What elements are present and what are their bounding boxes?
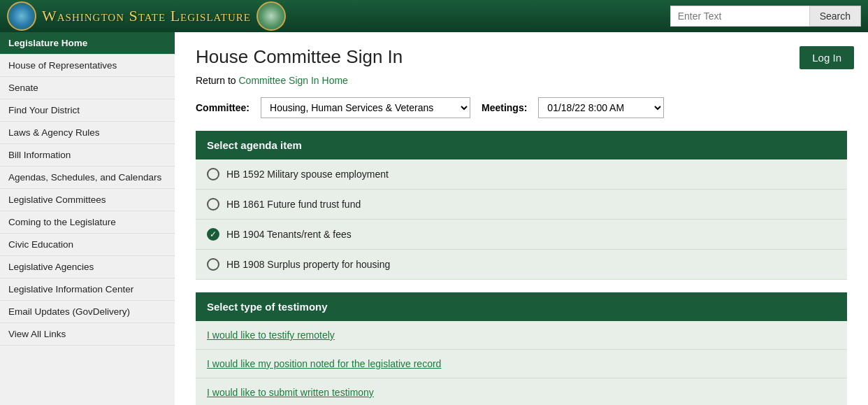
sidebar-item-email-updates[interactable]: Email Updates (GovDelivery) [0,301,175,323]
agenda-section-header: Select agenda item [196,131,847,159]
sidebar-item-bill-info[interactable]: Bill Information [0,144,175,166]
sidebar-item-agencies[interactable]: Legislative Agencies [0,256,175,278]
committee-label: Committee: [196,102,249,113]
return-link-row: Return to Committee Sign In Home [196,75,847,86]
radio-checked-icon-hb1904: ✓ [207,228,219,241]
logo-left-seal [7,1,36,31]
return-text: Return to [196,75,236,86]
testimony-link-remote[interactable]: I would like to testify remotely [196,321,847,350]
radio-icon-hb1908 [207,258,219,271]
sidebar-item-view-all[interactable]: View All Links [0,323,175,346]
agenda-item-hb1908[interactable]: HB 1908 Surplus property for housing [196,250,847,280]
testimony-section: Select type of testimony I would like to… [196,292,847,405]
main-content: Log In House Committee Sign In Return to… [175,32,868,405]
testimony-link-written[interactable]: I would like to submit written testimony [196,378,847,405]
sidebar-item-legislature-home[interactable]: Legislature Home [0,32,175,55]
sidebar-item-find-district[interactable]: Find Your District [0,99,175,122]
radio-icon-hb1592 [207,168,219,180]
site-title: Washington State Legislature [42,7,251,25]
sidebar-item-committees[interactable]: Legislative Committees [0,189,175,211]
agenda-item-hb1908-label: HB 1908 Surplus property for housing [226,259,390,270]
sidebar-item-agendas[interactable]: Agendas, Schedules, and Calendars [0,166,175,189]
agenda-item-hb1904[interactable]: ✓ HB 1904 Tenants/rent & fees [196,220,847,250]
agenda-item-hb1861[interactable]: HB 1861 Future fund trust fund [196,190,847,220]
search-input[interactable] [670,6,810,27]
page-layout: Legislature Home House of Representative… [0,32,868,405]
page-title: House Committee Sign In [196,46,847,68]
search-button[interactable]: Search [810,6,861,27]
sidebar-item-civic[interactable]: Civic Education [0,234,175,256]
testimony-link-position[interactable]: I would like my position noted for the l… [196,350,847,378]
radio-icon-hb1861 [207,198,219,211]
committee-select[interactable]: Housing, Human Services & Veterans [261,97,470,118]
sidebar-item-senate[interactable]: Senate [0,77,175,99]
agenda-item-hb1904-label: HB 1904 Tenants/rent & fees [226,229,352,240]
agenda-item-hb1592-label: HB 1592 Military spouse employment [226,169,389,180]
committee-row: Committee: Housing, Human Services & Vet… [196,97,847,118]
header-logo: Washington State Legislature [7,1,286,31]
meetings-select[interactable]: 01/18/22 8:00 AM [538,97,664,118]
sidebar-item-house[interactable]: House of Representatives [0,55,175,77]
sidebar-item-coming[interactable]: Coming to the Legislature [0,211,175,234]
return-link[interactable]: Committee Sign In Home [238,75,347,86]
login-button[interactable]: Log In [800,46,854,69]
sidebar-item-laws[interactable]: Laws & Agency Rules [0,122,175,144]
sidebar-nav: Legislature Home House of Representative… [0,32,175,405]
meetings-label: Meetings: [482,102,527,113]
logo-right-seal [256,1,286,31]
agenda-item-hb1592[interactable]: HB 1592 Military spouse employment [196,159,847,190]
sidebar-item-info-center[interactable]: Legislative Information Center [0,278,175,301]
page-header: Washington State Legislature Search [0,0,868,32]
search-bar: Search [670,6,861,27]
agenda-item-hb1861-label: HB 1861 Future fund trust fund [226,199,361,210]
testimony-section-header: Select type of testimony [196,292,847,321]
